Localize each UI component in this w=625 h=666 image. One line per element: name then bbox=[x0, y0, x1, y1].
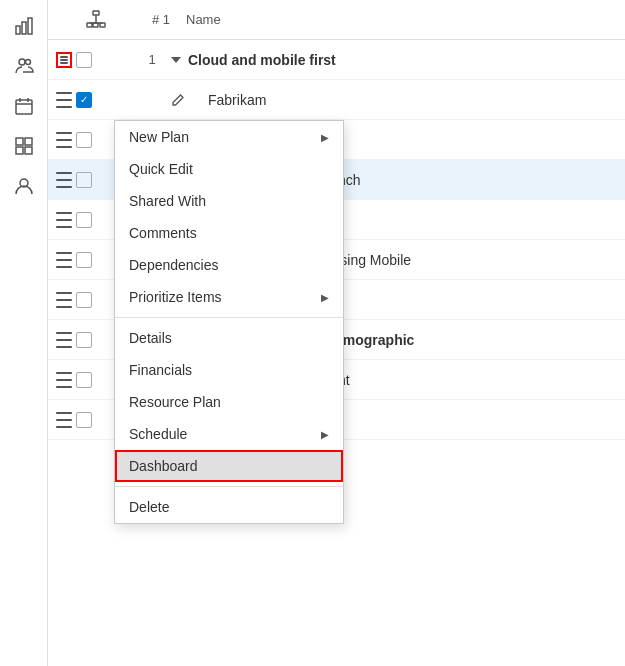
svg-rect-10 bbox=[25, 138, 32, 145]
row-checkbox[interactable] bbox=[76, 52, 92, 68]
main-content: # 1 Name 1 Cloud and mobile first bbox=[48, 0, 625, 666]
menu-item-comments[interactable]: Comments bbox=[115, 217, 343, 249]
submenu-chevron: ▶ bbox=[321, 292, 329, 303]
row-controls: ✓ bbox=[56, 92, 136, 108]
context-menu-trigger[interactable] bbox=[56, 292, 72, 308]
menu-item-delete[interactable]: Delete bbox=[115, 491, 343, 523]
row-checkbox[interactable] bbox=[76, 332, 92, 348]
context-menu: New Plan ▶ Quick Edit Shared With Commen… bbox=[114, 120, 344, 524]
header-num: # 1 bbox=[136, 12, 186, 27]
edit-icon bbox=[168, 93, 188, 107]
menu-item-prioritize-items[interactable]: Prioritize Items ▶ bbox=[115, 281, 343, 313]
menu-item-shared-with[interactable]: Shared With bbox=[115, 185, 343, 217]
svg-point-4 bbox=[25, 60, 30, 65]
svg-rect-11 bbox=[16, 147, 23, 154]
row-checkbox[interactable] bbox=[76, 292, 92, 308]
menu-divider bbox=[115, 486, 343, 487]
svg-rect-12 bbox=[25, 147, 32, 154]
row-checkbox[interactable] bbox=[76, 372, 92, 388]
row-number: 1 bbox=[136, 52, 168, 67]
row-controls bbox=[56, 52, 136, 68]
table-row: ✓ Fabrikam bbox=[48, 80, 625, 120]
row-checkbox[interactable] bbox=[76, 212, 92, 228]
context-menu-trigger[interactable] bbox=[56, 132, 72, 148]
menu-item-details[interactable]: Details bbox=[115, 322, 343, 354]
row-checkbox[interactable] bbox=[76, 252, 92, 268]
svg-rect-9 bbox=[16, 138, 23, 145]
row-checkbox[interactable] bbox=[76, 172, 92, 188]
child-name: Fabrikam bbox=[188, 92, 266, 108]
menu-item-schedule[interactable]: Schedule ▶ bbox=[115, 418, 343, 450]
context-menu-trigger[interactable] bbox=[56, 172, 72, 188]
context-menu-trigger[interactable] bbox=[56, 92, 72, 108]
submenu-chevron: ▶ bbox=[321, 132, 329, 143]
row-checkbox[interactable] bbox=[76, 412, 92, 428]
context-menu-trigger[interactable] bbox=[56, 372, 72, 388]
context-menu-trigger[interactable] bbox=[56, 212, 72, 228]
menu-item-resource-plan[interactable]: Resource Plan bbox=[115, 386, 343, 418]
svg-point-3 bbox=[19, 59, 25, 65]
svg-rect-1 bbox=[22, 22, 26, 34]
grid-icon[interactable] bbox=[6, 128, 42, 164]
row-checkbox[interactable]: ✓ bbox=[76, 92, 92, 108]
group-name: Cloud and mobile first bbox=[188, 52, 336, 68]
hierarchy-icon bbox=[86, 10, 106, 30]
menu-item-dashboard[interactable]: Dashboard bbox=[115, 450, 343, 482]
context-menu-trigger[interactable] bbox=[56, 252, 72, 268]
header-name: Name bbox=[186, 12, 221, 27]
context-menu-trigger[interactable] bbox=[56, 412, 72, 428]
user-icon[interactable] bbox=[6, 168, 42, 204]
sidebar bbox=[0, 0, 48, 666]
menu-divider bbox=[115, 317, 343, 318]
svg-rect-2 bbox=[28, 18, 32, 34]
table-row: 1 Cloud and mobile first bbox=[48, 40, 625, 80]
calendar-icon[interactable] bbox=[6, 88, 42, 124]
menu-item-new-plan[interactable]: New Plan ▶ bbox=[115, 121, 343, 153]
submenu-chevron: ▶ bbox=[321, 429, 329, 440]
row-checkbox[interactable] bbox=[76, 132, 92, 148]
context-menu-trigger[interactable] bbox=[56, 52, 72, 68]
context-menu-trigger[interactable] bbox=[56, 332, 72, 348]
menu-item-financials[interactable]: Financials bbox=[115, 354, 343, 386]
svg-rect-0 bbox=[16, 26, 20, 34]
menu-item-dependencies[interactable]: Dependencies bbox=[115, 249, 343, 281]
people-icon[interactable] bbox=[6, 48, 42, 84]
svg-rect-5 bbox=[16, 100, 32, 114]
table-header: # 1 Name bbox=[48, 0, 625, 40]
svg-rect-14 bbox=[93, 11, 99, 15]
menu-item-quick-edit[interactable]: Quick Edit bbox=[115, 153, 343, 185]
chart-icon[interactable] bbox=[6, 8, 42, 44]
expand-icon[interactable] bbox=[168, 57, 188, 63]
